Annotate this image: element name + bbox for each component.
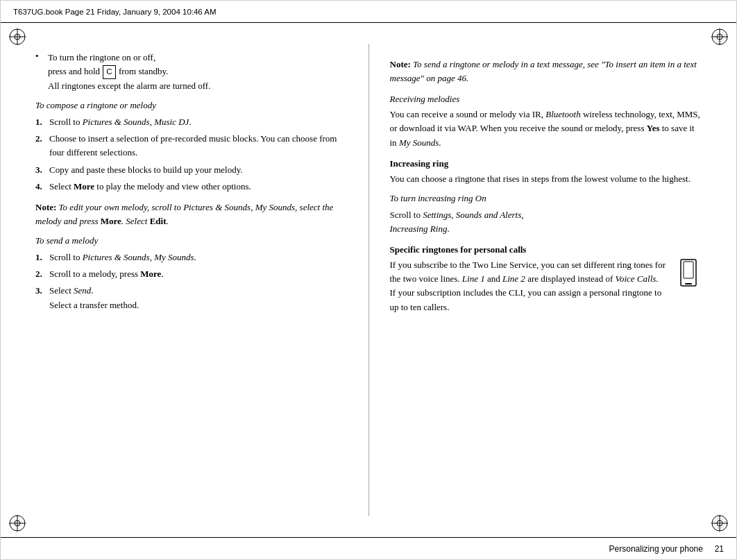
specific-text: If you subscribe to the Two Line Service… — [390, 258, 702, 314]
header-bar: T637UG.book Page 21 Friday, January 9, 2… — [1, 1, 736, 23]
send-step2-content: Scroll to a melody, press More. — [49, 267, 164, 281]
step2-content: Choose to insert a selection of pre-reco… — [49, 132, 348, 160]
note-send-text: Note: To send a ringtone or melody in a … — [390, 58, 702, 85]
phone-icon — [675, 258, 702, 287]
right-note-label: Note: — [390, 59, 411, 69]
reg-mark-tr — [710, 27, 729, 46]
bullet-line2-post: from standby. — [117, 66, 169, 76]
note-compose-text: Note: To edit your own melody, scroll to… — [35, 201, 348, 228]
turn-on-heading: To turn increasing ring On — [390, 193, 702, 204]
reg-mark-tl — [8, 27, 27, 46]
increasing-text: You can choose a ringtone that rises in … — [390, 172, 702, 186]
compose-steps: 1. Scroll to Pictures & Sounds, Music DJ… — [35, 115, 348, 194]
receiving-text: You can receive a sound or melody via IR… — [390, 108, 702, 149]
compose-title: To compose a ringtone or melody — [35, 100, 348, 111]
send-step3: 3. Select Send.Select a transfer method. — [35, 284, 348, 312]
send-step2-num: 2. — [35, 267, 49, 281]
footer-page-number: 21 — [715, 544, 724, 554]
step3-content: Copy and paste these blocks to build up … — [49, 163, 243, 177]
svg-rect-18 — [685, 283, 692, 285]
content-area: • To turn the ringtone on or off, press … — [35, 30, 702, 530]
specific-title: Specific ringtones for personal calls — [390, 244, 527, 255]
compose-step4: 4. Select More to play the melody and vi… — [35, 180, 348, 194]
bullet-ringtone: • To turn the ringtone on or off, press … — [35, 51, 348, 93]
specific-heading: Specific ringtones for personal calls — [390, 244, 702, 255]
step4-num: 4. — [35, 180, 49, 194]
compose-step2: 2. Choose to insert a selection of pre-r… — [35, 132, 348, 160]
bullet-line2-pre: press and hold — [48, 66, 102, 76]
send-step3-content: Select Send.Select a transfer method. — [49, 284, 139, 312]
key-c: C — [103, 65, 115, 79]
send-steps: 1. Scroll to Pictures & Sounds, My Sound… — [35, 251, 348, 312]
step4-content: Select More to play the melody and view … — [49, 180, 251, 194]
note-send-ringtone: Note: To send a ringtone or melody in a … — [390, 58, 702, 85]
step1-content: Scroll to Pictures & Sounds, Music DJ. — [49, 115, 192, 129]
step1-num: 1. — [35, 115, 49, 129]
turn-on-title: To turn increasing ring On — [390, 193, 486, 203]
reg-mark-bl — [8, 514, 27, 533]
send-step2: 2. Scroll to a melody, press More. — [35, 267, 348, 281]
send-step1: 1. Scroll to Pictures & Sounds, My Sound… — [35, 251, 348, 264]
note-label: Note: — [35, 202, 56, 212]
footer-bar: Personalizing your phone 21 — [1, 537, 736, 559]
column-divider — [368, 44, 369, 516]
send-title-text: To send a melody — [35, 235, 98, 246]
send-step1-num: 1. — [35, 251, 49, 264]
send-step1-content: Scroll to Pictures & Sounds, My Sounds. — [49, 251, 196, 264]
receiving-title: Receiving melodies — [390, 94, 460, 104]
compose-step3: 3. Copy and paste these blocks to build … — [35, 163, 348, 177]
page-frame: T637UG.book Page 21 Friday, January 9, 2… — [0, 0, 737, 560]
reg-mark-br — [710, 514, 729, 533]
step3-num: 3. — [35, 163, 49, 177]
note-compose: Note: To edit your own melody, scroll to… — [35, 201, 348, 228]
compose-title-text: To compose a ringtone or melody — [35, 100, 156, 110]
bullet-ringtone-content: To turn the ringtone on or off, press an… — [48, 51, 210, 93]
increasing-heading: Increasing ring — [390, 158, 702, 169]
step2-num: 2. — [35, 132, 49, 160]
send-step3-num: 3. — [35, 284, 49, 312]
bullet-line1: To turn the ringtone on or off, — [48, 52, 155, 62]
header-text: T637UG.book Page 21 Friday, January 9, 2… — [13, 8, 217, 16]
turn-on-text: Scroll to Settings, Sounds and Alerts,In… — [390, 208, 702, 236]
send-title: To send a melody — [35, 235, 348, 246]
footer-section-label: Personalizing your phone — [609, 544, 703, 554]
bullet-symbol: • — [35, 51, 48, 93]
receiving-heading: Receiving melodies — [390, 94, 702, 105]
compose-step1: 1. Scroll to Pictures & Sounds, Music DJ… — [35, 115, 348, 129]
right-column: Note: To send a ringtone or melody in a … — [390, 30, 702, 530]
left-column: • To turn the ringtone on or off, press … — [35, 30, 348, 530]
svg-rect-19 — [684, 262, 693, 278]
increasing-title: Increasing ring — [390, 158, 449, 169]
bullet-line3: All ringtones except the alarm are turne… — [48, 80, 210, 91]
